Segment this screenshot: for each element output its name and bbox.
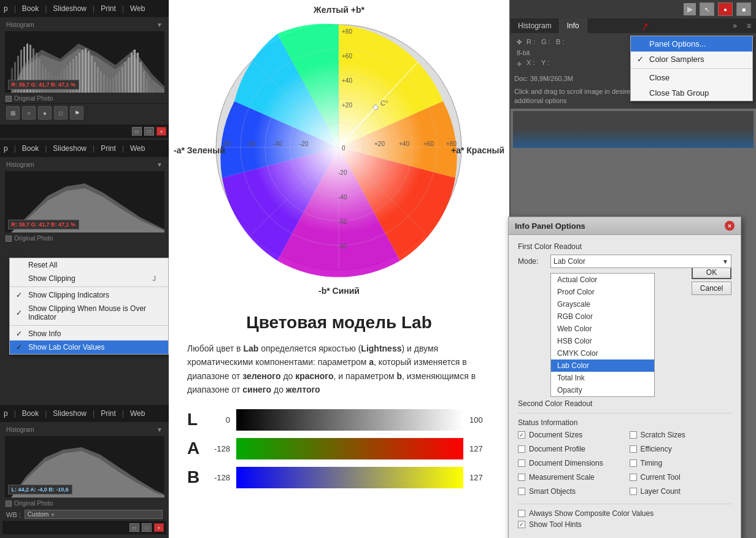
ctx-show-clipping-indicators[interactable]: Show Clipping Indicators <box>10 288 168 302</box>
menu-slideshow-3[interactable]: Slideshow <box>53 409 87 418</box>
menu-print-3[interactable]: Print <box>101 409 116 418</box>
tool-btn-cursor[interactable]: ↖ <box>700 2 714 16</box>
first-section: p | Book | Slideshow | Print | Web Histo… <box>0 0 169 138</box>
cb-doc-sizes[interactable] <box>518 431 525 439</box>
dialog-close-button[interactable]: × <box>725 221 735 231</box>
ctx-show-info[interactable]: Show Info <box>10 327 168 340</box>
cm-web-color[interactable]: Web Color <box>551 323 654 335</box>
menu-web-2[interactable]: Web <box>130 144 145 153</box>
cb-scratch-sizes[interactable] <box>630 431 637 439</box>
panel-close-3[interactable]: × <box>154 523 164 532</box>
wb-select[interactable]: Custom ▼ <box>25 510 163 519</box>
checkbox-doc-dimensions: Document Dimensions <box>518 459 620 467</box>
section-sep <box>518 413 731 413</box>
menu-p-3[interactable]: p <box>4 409 8 418</box>
cb-doc-dimensions[interactable] <box>518 459 525 467</box>
mode-dropdown-1[interactable]: Lab Color ▼ <box>550 255 731 268</box>
histogram-panel-3: Histogram ▼ L: 44,2 A: -4,0 B: -10,6 Ori… <box>0 422 169 537</box>
left-panel: p | Book | Slideshow | Print | Web Histo… <box>0 0 169 538</box>
play-button[interactable]: ▶ <box>684 3 696 15</box>
cb-smart-objects[interactable] <box>518 488 525 495</box>
cm-opacity[interactable]: Opacity <box>551 384 654 396</box>
panel-btn-2[interactable]: □ <box>144 127 154 136</box>
panel-btn-1[interactable]: ▭ <box>132 127 142 136</box>
tool-btn-gray[interactable]: ■ <box>736 2 751 16</box>
dialog-buttons: OK Cancel <box>692 266 731 295</box>
tool-grid[interactable]: ⊞ <box>6 106 20 120</box>
checkbox-efficiency: Efficiency <box>630 445 732 453</box>
lab-text-area: Цветовая модель Lab Любой цвет в Lab опр… <box>169 301 509 538</box>
cb-layer-count[interactable] <box>630 488 637 495</box>
menu-print-2[interactable]: Print <box>101 144 116 153</box>
always-show-row: Always Show Composite Color Values <box>518 509 731 518</box>
panel-btn-4[interactable]: □ <box>142 523 152 532</box>
menu-book-3[interactable]: Book <box>22 409 39 418</box>
orig-photo-checkbox-2[interactable] <box>6 236 12 242</box>
menu-web-1[interactable]: Web <box>130 4 145 13</box>
info-xy-row: ✛ X : Y : <box>514 59 631 69</box>
menu-book-2[interactable]: Book <box>22 144 39 153</box>
cm-total-ink[interactable]: Total Ink <box>551 372 654 384</box>
cm-actual-color[interactable]: Actual Color <box>551 274 654 286</box>
label-yellow-top: Желтый +b* <box>314 5 364 15</box>
cm-cmyk-color[interactable]: CMYK Color <box>551 347 654 359</box>
cancel-button[interactable]: Cancel <box>692 282 731 295</box>
panel-btn-3[interactable]: ▭ <box>129 523 139 532</box>
cb-timing[interactable] <box>630 459 637 467</box>
cm-rgb-color[interactable]: RGB Color <box>551 310 654 323</box>
rgb-values-1: R: 39,7 G: 41,7 B: 47,1 % <box>8 80 80 90</box>
dd-close[interactable]: Close <box>631 70 752 85</box>
bar-a-track <box>236 438 463 459</box>
ctx-reset-all[interactable]: Reset All <box>10 258 168 272</box>
panel-close-1[interactable]: × <box>156 127 166 136</box>
svg-text:+80: +80 <box>342 28 352 35</box>
ctx-show-lab[interactable]: Show Lab Color Values <box>10 340 168 354</box>
histogram-title-2: Histogram ▼ <box>2 159 166 170</box>
orig-photo-checkbox-1[interactable] <box>6 96 12 102</box>
context-menu: Reset All Show Clipping J Show Clipping … <box>9 258 169 355</box>
svg-text:+20: +20 <box>342 102 352 109</box>
orig-photo-checkbox-3[interactable] <box>6 501 12 507</box>
ps-toolbar: ▶ ↖ ● ■ <box>511 0 756 18</box>
cb-measurement-scale[interactable] <box>518 474 525 481</box>
menu-book-1[interactable]: Book <box>22 4 39 13</box>
menu-slideshow-1[interactable]: Slideshow <box>53 4 87 13</box>
dd-panel-options[interactable]: Panel Options... <box>631 36 752 52</box>
svg-text:+40: +40 <box>342 77 352 84</box>
dd-color-samplers[interactable]: Color Samplers <box>631 52 752 67</box>
cb-current-tool[interactable] <box>630 474 637 481</box>
menu-print-1[interactable]: Print <box>101 4 116 13</box>
dd-close-tab-group[interactable]: Close Tab Group <box>631 85 752 101</box>
histogram-panel-2: Histogram ▼ R: 39,7 G: 41,7 B: 47,1 % Or… <box>0 157 169 245</box>
cb-show-tool-hints[interactable] <box>518 521 525 528</box>
cm-hsb-color[interactable]: HSB Color <box>551 335 654 347</box>
menu-web-3[interactable]: Web <box>130 409 145 418</box>
cb-always-show[interactable] <box>518 510 525 517</box>
bar-row-b: B -128 127 <box>187 467 491 488</box>
second-section: p | Book | Slideshow | Print | Web Histo… <box>0 140 169 245</box>
cm-lab-color[interactable]: Lab Color <box>551 359 654 372</box>
checkbox-timing: Timing <box>630 459 732 467</box>
eyedropper-icon: ✤ <box>514 37 524 47</box>
ctx-show-clipping[interactable]: Show Clipping J <box>10 272 168 285</box>
tool-btn-red[interactable]: ● <box>718 2 733 16</box>
cb-efficiency[interactable] <box>630 445 637 453</box>
menu-p-1[interactable]: p <box>4 4 8 13</box>
cm-proof-color[interactable]: Proof Color <box>551 286 654 298</box>
tool-flag[interactable]: ⚑ <box>70 106 83 120</box>
checkbox-layer-count: Layer Count <box>630 487 732 496</box>
ctx-show-clipping-hover[interactable]: Show Clipping When Mouse is Over Indicat… <box>10 302 168 324</box>
mode-label-1: Mode: <box>518 257 546 266</box>
menu-p-2[interactable]: p <box>4 144 8 153</box>
tool-record[interactable]: ● <box>38 106 52 120</box>
tool-circle[interactable]: ○ <box>22 106 36 120</box>
tab-histogram[interactable]: Histogram <box>511 18 560 33</box>
tool-square[interactable]: □ <box>54 106 68 120</box>
third-section: p | Book | Slideshow | Print | Web Histo… <box>0 405 169 537</box>
cm-grayscale[interactable]: Grayscale <box>551 298 654 310</box>
tab-expander[interactable]: » <box>728 18 742 33</box>
tab-info[interactable]: Info <box>560 18 587 33</box>
cb-doc-profile[interactable] <box>518 445 525 453</box>
menu-slideshow-2[interactable]: Slideshow <box>53 144 87 153</box>
tab-menu[interactable]: ≡ <box>742 18 756 33</box>
